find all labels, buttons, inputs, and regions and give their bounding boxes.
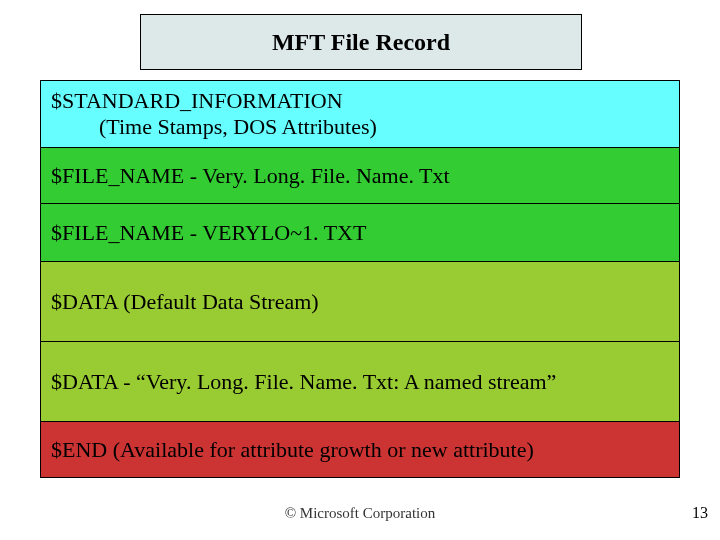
row-filename-long: $FILE_NAME - Very. Long. File. Name. Txt — [40, 148, 680, 204]
row-data-default: $DATA (Default Data Stream) — [40, 262, 680, 342]
slide: MFT File Record $STANDARD_INFORMATION (T… — [0, 0, 720, 540]
row-data-named-label: $DATA - “Very. Long. File. Name. Txt: A … — [51, 369, 669, 395]
row-filename-long-label: $FILE_NAME - Very. Long. File. Name. Txt — [51, 163, 669, 189]
row-filename-short-label: $FILE_NAME - VERYLO~1. TXT — [51, 220, 669, 246]
page-number: 13 — [692, 504, 708, 522]
row-end: $END (Available for attribute growth or … — [40, 422, 680, 478]
row-standard-information: $STANDARD_INFORMATION (Time Stamps, DOS … — [40, 80, 680, 148]
row-data-named: $DATA - “Very. Long. File. Name. Txt: A … — [40, 342, 680, 422]
row-data-default-label: $DATA (Default Data Stream) — [51, 289, 669, 315]
row-standard-information-detail: (Time Stamps, DOS Attributes) — [51, 114, 669, 140]
record-title-box: MFT File Record — [140, 14, 582, 70]
row-end-label: $END (Available for attribute growth or … — [51, 437, 669, 463]
row-standard-information-label: $STANDARD_INFORMATION — [51, 88, 669, 114]
record-title: MFT File Record — [272, 29, 450, 56]
copyright-text: © Microsoft Corporation — [0, 505, 720, 522]
record-stack: $STANDARD_INFORMATION (Time Stamps, DOS … — [40, 80, 680, 478]
row-filename-short: $FILE_NAME - VERYLO~1. TXT — [40, 204, 680, 262]
